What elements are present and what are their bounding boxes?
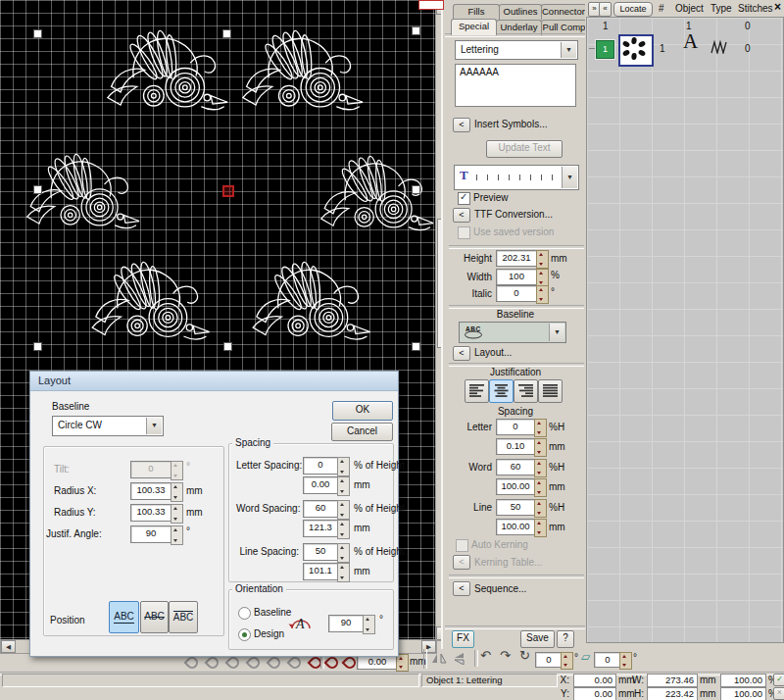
dropdown-arrow-icon[interactable]: ▼ [549,324,564,341]
width-field[interactable]: 100 [496,269,537,285]
word-pct-field[interactable]: 60 [496,459,535,475]
baseline-type-combo[interactable]: Circle CW ▼ [52,416,164,436]
tilt-field[interactable]: 0 [130,461,172,478]
dropdown-arrow-icon[interactable]: ▼ [561,42,576,58]
embroidery-motif[interactable] [22,153,143,239]
stitch-marker-icon[interactable] [225,655,242,672]
position-baseline-above-button[interactable]: ABC [169,601,198,633]
help-button[interactable]: ? [557,630,574,648]
fx-button[interactable]: FX [452,630,474,648]
letter-spacing-pct-spinner[interactable] [337,457,350,476]
line-spacing-mm-spinner[interactable] [337,563,350,582]
position-baseline-middle-button[interactable]: ABC [140,601,169,633]
ttf-conversion-label[interactable]: TTF Conversion... [474,209,553,221]
selection-handle[interactable] [223,342,232,351]
font-combo[interactable]: T ▼ [454,165,579,190]
radius-x-spinner[interactable] [171,482,183,502]
word-spacing-mm-spinner[interactable] [337,520,350,539]
auto-kerning-checkbox[interactable] [456,539,468,552]
w-field[interactable]: 273.46 [647,674,698,687]
mirror-horizontal-icon[interactable] [431,652,447,665]
dropdown-arrow-icon[interactable]: ▼ [146,418,162,434]
embroidery-motif[interactable] [247,261,374,351]
use-saved-version-checkbox[interactable] [458,226,470,239]
stitch-marker-icon[interactable] [184,655,201,672]
justif-angle-field[interactable]: 90 [130,525,172,543]
skew-icon[interactable]: ▱ [581,651,590,663]
layout-chevron-button[interactable]: < [453,346,470,361]
object-list[interactable]: 1 1 0 1 1 A 0 [586,17,784,643]
tab-fills[interactable]: Fills [453,4,500,20]
radius-x-field[interactable]: 100.33 [130,482,172,500]
layout-dialog-titlebar[interactable]: Layout [30,372,398,391]
justify-right-button[interactable] [514,379,538,403]
tab-connectors[interactable]: Connectors [541,4,587,20]
design-angle-spinner[interactable] [363,615,375,634]
embroidery-motif[interactable] [316,155,435,241]
ok-button[interactable]: OK [332,401,393,421]
justify-full-button[interactable] [538,379,563,403]
line-spacing-mm-field[interactable]: 101.1 [303,563,338,580]
sequence-label[interactable]: Sequence... [474,583,526,595]
word-spacing-pct-field[interactable]: 60 [303,500,338,518]
stitch-marker-red-icon[interactable] [324,655,341,672]
rotation-center-marker[interactable] [222,185,234,197]
letter-spacing-mm-field[interactable]: 0.00 [303,476,338,494]
radius-y-spinner[interactable] [171,504,183,524]
letter-spacing-pct-field[interactable]: 0 [303,457,338,475]
tilt-spinner[interactable] [171,461,183,480]
stitch-marker-red-icon[interactable] [342,655,359,672]
sequence-chevron-button[interactable]: < [453,581,470,596]
kerning-table-chevron-button[interactable]: < [453,555,470,570]
cancel-edit-button[interactable]: × [773,687,784,700]
locate-button[interactable]: Locate [613,2,653,17]
x-field[interactable]: 0.00 [573,674,616,687]
tab-outlines[interactable]: Outlines [499,4,542,20]
lettering-text-input[interactable]: AAAAAA [455,64,576,107]
h-pct-field[interactable]: 100.00 [720,687,766,700]
line-mm-spinner[interactable] [534,519,547,537]
w-pct-field[interactable]: 100.00 [720,674,766,687]
rotate-angle-field[interactable]: 0 [535,652,563,668]
insert-symbols-chevron-button[interactable]: < [453,118,470,132]
tab-special[interactable]: Special [451,19,497,35]
orientation-baseline-radio[interactable] [238,607,251,620]
stitch-marker-icon[interactable] [246,655,263,672]
selection-handle[interactable] [412,185,420,194]
word-spacing-mm-field[interactable]: 121.3 [303,520,338,537]
ttf-conversion-chevron-button[interactable]: < [453,208,470,223]
selection-handle[interactable] [412,342,420,351]
rotate-angle-spinner[interactable] [561,652,573,670]
dropdown-arrow-icon[interactable]: ▼ [562,167,577,188]
position-baseline-below-button[interactable]: ABC [109,601,139,633]
scroll-left-button[interactable]: ◀ [1,640,16,653]
line-pct-spinner[interactable] [534,499,547,518]
mirror-vertical-icon[interactable] [453,652,468,665]
letter-spacing-mm-spinner[interactable] [337,476,350,496]
design-angle-field[interactable]: 90 [328,615,364,632]
embroidery-motif[interactable] [102,29,231,122]
italic-spinner[interactable] [536,285,549,304]
embroidery-motif[interactable] [237,29,367,122]
line-spacing-pct-field[interactable]: 50 [303,543,338,561]
justif-angle-spinner[interactable] [171,525,183,545]
close-panel-icon[interactable]: × [774,1,781,13]
word-mm-spinner[interactable] [534,478,547,497]
update-text-button[interactable]: Update Text [486,140,563,158]
orientation-design-radio[interactable] [238,628,251,641]
stitch-marker-icon[interactable] [287,655,304,672]
letter-mm-spinner[interactable] [534,438,547,457]
layout-label[interactable]: Layout... [474,347,512,359]
word-pct-spinner[interactable] [534,459,547,477]
rotate-cw-icon[interactable]: ↷ [500,650,511,662]
baseline-combo[interactable]: ABC ▼ [459,322,566,343]
skew-spinner[interactable] [619,652,632,670]
line-spacing-pct-spinner[interactable] [337,543,350,563]
rotate-ccw-icon[interactable]: ↶ [480,650,491,662]
skew-field[interactable]: 0 [594,652,621,668]
stitch-marker-icon[interactable] [267,655,283,672]
letter-mm-field[interactable]: 0.10 [496,438,535,455]
selection-handle[interactable] [33,342,42,351]
selection-handle[interactable] [33,29,42,38]
selection-handle[interactable] [412,26,420,35]
